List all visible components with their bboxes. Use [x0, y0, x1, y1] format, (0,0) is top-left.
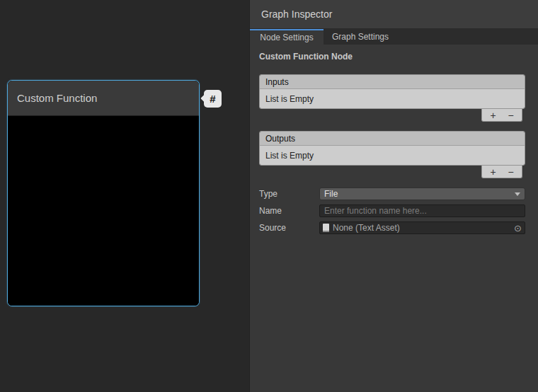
inputs-list-footer: + −: [481, 109, 522, 122]
inputs-remove-button[interactable]: −: [502, 110, 520, 121]
inputs-header-label: Inputs: [265, 77, 289, 87]
source-label: Source: [259, 223, 319, 233]
precision-hash-badge[interactable]: #: [204, 90, 222, 108]
tab-node-settings[interactable]: Node Settings: [250, 29, 324, 45]
type-dropdown-value: File: [324, 189, 338, 199]
inspector-content: Custom Function Node Inputs List is Empt…: [250, 45, 538, 234]
plus-icon: +: [490, 110, 496, 120]
minus-icon: −: [508, 167, 513, 177]
name-label: Name: [259, 206, 319, 216]
node-properties: Type File Name Source None (Text Asset) …: [259, 188, 525, 234]
tab-node-settings-label: Node Settings: [260, 33, 313, 42]
minus-icon: −: [508, 110, 513, 120]
name-row: Name: [259, 204, 525, 217]
source-object-value: None (Text Asset): [333, 223, 511, 233]
outputs-list-footer: + −: [481, 166, 522, 178]
node-body: [8, 116, 199, 306]
inspector-tab-strip: Node Settings Graph Settings: [250, 29, 538, 45]
source-row: Source None (Text Asset) ⊙: [259, 221, 525, 234]
outputs-list-box: Outputs List is Empty: [259, 131, 525, 166]
tab-graph-settings[interactable]: Graph Settings: [324, 29, 397, 45]
outputs-list-header: Outputs: [260, 132, 525, 146]
function-name-input[interactable]: [319, 204, 525, 217]
plus-icon: +: [490, 167, 496, 177]
node-header[interactable]: Custom Function: [8, 81, 199, 116]
outputs-add-button[interactable]: +: [484, 166, 502, 178]
source-object-field[interactable]: None (Text Asset) ⊙: [319, 221, 525, 234]
inputs-add-button[interactable]: +: [484, 110, 502, 121]
type-row: Type File: [259, 188, 525, 200]
outputs-empty-row: List is Empty: [260, 146, 525, 165]
inputs-list: Inputs List is Empty + −: [259, 74, 525, 122]
inspector-title: Graph Inspector: [261, 8, 332, 20]
graph-inspector-panel: Graph Inspector Node Settings Graph Sett…: [249, 0, 538, 392]
inputs-empty-row: List is Empty: [260, 89, 525, 108]
type-label: Type: [259, 189, 319, 199]
outputs-header-label: Outputs: [265, 134, 295, 144]
node-type-heading: Custom Function Node: [259, 52, 525, 62]
badge-notch: [200, 94, 208, 102]
graph-canvas: Custom Function #: [0, 0, 249, 392]
inspector-title-bar[interactable]: Graph Inspector: [250, 0, 538, 29]
inputs-empty-label: List is Empty: [265, 94, 314, 104]
type-dropdown[interactable]: File: [319, 188, 525, 200]
inputs-list-box: Inputs List is Empty: [259, 74, 525, 109]
hash-badge-label: #: [210, 93, 215, 105]
dropdown-arrow-icon: [515, 192, 520, 196]
outputs-list: Outputs List is Empty + −: [259, 131, 525, 178]
inputs-list-header: Inputs: [260, 75, 525, 89]
outputs-remove-button[interactable]: −: [502, 166, 520, 178]
outputs-empty-label: List is Empty: [265, 151, 314, 161]
node-title: Custom Function: [17, 92, 97, 104]
tab-graph-settings-label: Graph Settings: [332, 32, 389, 42]
custom-function-node[interactable]: Custom Function: [7, 80, 200, 306]
object-picker-icon[interactable]: ⊙: [514, 224, 522, 233]
text-asset-icon: [323, 224, 329, 232]
